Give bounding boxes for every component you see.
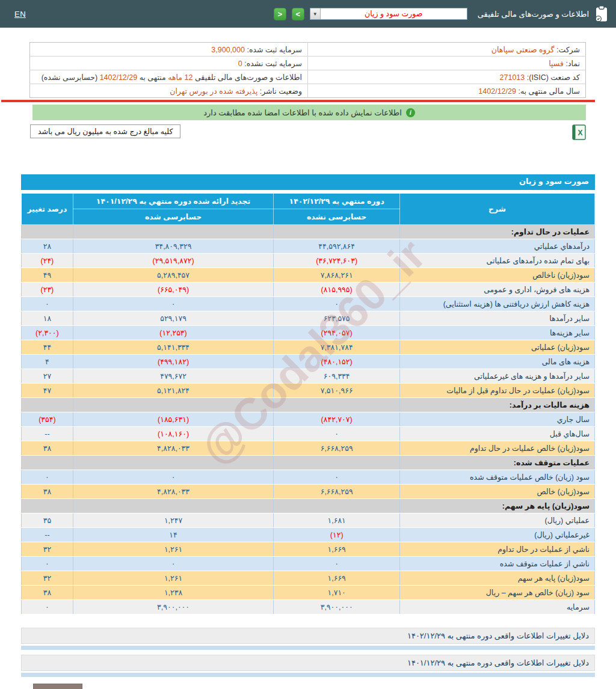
- prior-period-value-cell: ۳,۹۰۰,۰۰۰: [73, 600, 274, 614]
- prior-period-value-cell: (۱۸۵,۶۳۱): [73, 412, 274, 427]
- prior-period-value-cell: ۰: [73, 557, 274, 571]
- row-label-cell: ناشي از عملیات در حال تداوم: [399, 542, 594, 557]
- clipboard-icon: [594, 5, 609, 22]
- row-label-cell: سایر درآمدها: [399, 311, 594, 326]
- current-period-value-cell: (۱۲): [274, 528, 400, 542]
- change-percent-value-cell: ۳۲: [22, 542, 73, 557]
- statement-data-row: ناشي از عملیات در حال تداوم۱,۶۶۹۱,۲۶۱۳۲: [22, 542, 595, 557]
- current-period-value-cell: [274, 398, 400, 412]
- table-row: شرکت: گروه صنعتی سپاهان سرمایه ثبت شده: …: [30, 43, 586, 57]
- change-percent-value-cell: ۰: [22, 557, 73, 571]
- exit-button[interactable]: خروج: [33, 684, 82, 689]
- prior-period-value-cell: ۴۷۹,۶۷۲: [73, 369, 274, 384]
- prior-period-value-cell: (۲۹,۵۱۹,۸۷۲): [73, 254, 274, 268]
- statement-data-row: سال‌هاي قبل۰(۱۰۸,۱۶۰)--: [22, 427, 595, 441]
- language-en-link[interactable]: EN: [14, 10, 26, 19]
- prior-period-value-cell: ۱,۲۶۱: [73, 542, 274, 557]
- current-period-value-cell: ۰: [274, 557, 400, 571]
- registered-capital-value: 3,900,000: [211, 46, 245, 54]
- statement-header: شرح دوره منتهي به ۱۴۰۲/۱۲/۲۹ تجدید ارائه…: [22, 194, 595, 225]
- change-percent-value-cell: ۲۷: [22, 369, 73, 384]
- change-percent-value-cell: [22, 499, 73, 513]
- change-reasons-current-bar[interactable]: دلایل تغییرات اطلاعات واقعی دوره منتهی ب…: [21, 628, 595, 644]
- change-percent-value-cell: ۳۸: [22, 485, 73, 499]
- statement-data-row: سود(زیان) پایه هر سهم۱,۶۶۹۱,۲۶۱۳۲: [22, 571, 595, 586]
- change-percent-value-cell: ۳۸: [22, 441, 73, 456]
- statement-data-row: سود(زیان) ناخالص۷,۸۶۸,۲۶۱۵,۲۸۹,۴۵۷۴۹: [22, 268, 595, 283]
- statement-section-row: سود(زیان) پایه هر سهم:: [22, 499, 595, 513]
- row-label-cell: درآمدهاي عملياتي: [399, 239, 594, 254]
- statement-data-row: هزینه های مالی(۴۸۰,۱۵۲)(۴۹۹,۱۸۲)۴: [22, 355, 595, 369]
- change-percent-value-cell: ۴: [22, 355, 73, 369]
- symbol-cell: نماد: فسپا: [308, 57, 586, 70]
- statement-data-row: سود (زیان) خالص هر سهم – ریال۱,۷۱۰۱,۲۳۸۳…: [22, 586, 595, 600]
- prior-period-value-cell: ۱,۲۳۸: [73, 586, 274, 600]
- report-period-cell: اطلاعات و صورت‌های مالی تلفیقی 12 ماهه م…: [30, 70, 308, 84]
- chevron-down-icon[interactable]: ▼: [310, 8, 321, 19]
- report-period-suffix: (حسابرسی نشده): [42, 73, 98, 82]
- prior-period-value-cell: (۶۶۵,۰۴۹): [73, 283, 274, 297]
- statement-data-row: سایر هزینه‌ها(۲۹۴,۰۵۷)(۱۲,۲۵۳)(۲,۳۰۰): [22, 326, 595, 340]
- current-period-value-cell: (۸۴۲,۷۰۷): [274, 412, 400, 427]
- statement-section-row: عملیات متوقف شده:: [22, 456, 595, 470]
- prior-period-value-cell: ۰: [73, 297, 274, 311]
- row-label-cell: عملیات متوقف شده:: [399, 456, 594, 470]
- prior-period-value-cell: [73, 456, 274, 470]
- statement-data-row: سایر درآمدها۶۲۳,۵۷۵۵۲۹,۱۷۹۱۸: [22, 311, 595, 326]
- current-period-value-cell: ۶,۶۶۸,۲۵۹: [274, 485, 400, 499]
- company-name-cell: شرکت: گروه صنعتی سپاهان: [308, 43, 586, 57]
- prior-period-value-cell: ۵,۱۴۱,۳۳۴: [73, 340, 274, 355]
- column-header-change-percent: درصد تغییر: [22, 194, 73, 225]
- statement-data-row: سود(زیان) خالص۶,۶۶۸,۲۵۹۴,۸۲۸,۰۳۳۳۸: [22, 485, 595, 499]
- statement-section-row: عملیات در حال تداوم:: [22, 225, 595, 239]
- change-percent-value-cell: ۴۷: [22, 384, 73, 398]
- change-percent-value-cell: ۰: [22, 470, 73, 485]
- current-period-value-cell: ۱,۷۱۰: [274, 586, 400, 600]
- issuer-status-label: وضعیت ناشر:: [260, 87, 302, 96]
- statement-data-row: سال جاري(۸۴۲,۷۰۷)(۱۸۵,۶۳۱)(۳۵۴): [22, 412, 595, 427]
- change-percent-value-cell: ۰: [22, 297, 73, 311]
- current-period-value-cell: [274, 499, 400, 513]
- report-period-date: 1402/12/29: [100, 73, 138, 82]
- next-statement-button[interactable]: >: [292, 8, 304, 20]
- issuer-status-cell: وضعیت ناشر: پذیرفته شده در بورس تهران: [30, 84, 308, 98]
- current-period-value-cell: (۸۱۵,۹۹۵): [274, 283, 400, 297]
- isic-label: کد صنعت (ISIC):: [527, 73, 580, 82]
- symbol-value: فسپا: [549, 60, 564, 68]
- change-percent-value-cell: [22, 398, 73, 412]
- statement-data-row: سرمایه۳,۹۰۰,۰۰۰۳,۹۰۰,۰۰۰۰: [22, 600, 595, 614]
- change-percent-value-cell: ۴۹: [22, 268, 73, 283]
- current-period-value-cell: ۳,۹۰۰,۰۰۰: [274, 600, 400, 614]
- table-row: نماد: فسپا سرمایه ثبت نشده: 0: [30, 57, 586, 70]
- prior-period-value-cell: ۱,۲۴۷: [73, 513, 274, 528]
- current-period-value-cell: ۰: [274, 470, 400, 485]
- previous-statement-button[interactable]: <: [274, 8, 286, 20]
- statement-select[interactable]: صورت سود و زیان ▼: [310, 8, 467, 20]
- row-label-cell: سود (زیان) خالص هر سهم – ریال: [399, 586, 594, 600]
- statement-section-row: هزینه مالیات بر درآمد:: [22, 398, 595, 412]
- registered-capital-cell: سرمایه ثبت شده: 3,900,000: [30, 43, 308, 57]
- change-percent-value-cell: ۳۲: [22, 571, 73, 586]
- column-subheader-audited: حسابرسی شده: [73, 209, 274, 225]
- isic-value: 271013: [500, 73, 525, 82]
- prior-period-value-cell: (۴۹۹,۱۸۲): [73, 355, 274, 369]
- report-period-mid: منتهی به: [140, 73, 166, 82]
- statement-data-row: سود(زیان) خالص عملیات در حال تداوم۶,۶۶۸,…: [22, 441, 595, 456]
- change-percent-value-cell: ۲۸: [22, 239, 73, 254]
- change-percent-value-cell: (۲۳): [22, 283, 73, 297]
- header-row: شرح دوره منتهي به ۱۴۰۲/۱۲/۲۹ تجدید ارائه…: [22, 194, 595, 209]
- change-reasons-prior-bar[interactable]: دلایل تغییرات اطلاعات واقعی دوره منتهی ب…: [21, 655, 595, 671]
- prior-period-value-cell: [73, 225, 274, 239]
- excel-export-icon[interactable]: X: [572, 124, 586, 140]
- row-label-cell: سود(زیان) ناخالص: [399, 268, 594, 283]
- row-label-cell: سود(زیان) عملیات در حال تداوم قبل از مال…: [399, 384, 594, 398]
- fiscal-year-cell: سال مالی منتهی به: 1402/12/29: [308, 84, 586, 98]
- statement-rows: عملیات در حال تداوم:درآمدهاي عملياتي۴۴,۵…: [22, 225, 595, 614]
- prior-period-value-cell: ۴,۸۲۸,۰۳۳: [73, 485, 274, 499]
- prior-period-value-cell: (۱۰۸,۱۶۰): [73, 427, 274, 441]
- codal-financial-statement-page: { "topbar": { "en_label": "EN", "section…: [0, 0, 616, 689]
- current-period-value-cell: ۴۴,۵۹۲,۸۶۴: [274, 239, 400, 254]
- unregistered-capital-cell: سرمایه ثبت نشده: 0: [30, 57, 308, 70]
- change-reasons-current-panel: [21, 646, 595, 650]
- company-value: گروه صنعتی سپاهان: [491, 46, 555, 54]
